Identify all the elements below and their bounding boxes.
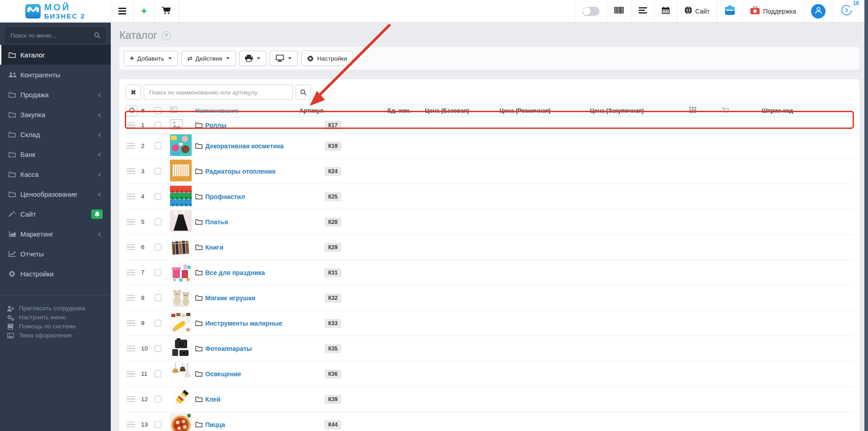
- settings-button[interactable]: Настройки: [301, 51, 353, 66]
- table-header: # Наименование Артикул Ед. изм. Цена (Ба…: [126, 104, 853, 117]
- sidebar-item-marketing[interactable]: Маркетинг‹: [0, 224, 111, 244]
- row-checkbox[interactable]: [155, 122, 161, 128]
- row-checkbox[interactable]: [155, 168, 161, 175]
- footer-link-system-help[interactable]: Помощь по системе: [6, 322, 111, 331]
- footer-link-theme[interactable]: Тема оформления: [6, 331, 111, 340]
- profile-button[interactable]: [803, 0, 833, 22]
- footer-link-invite-employee[interactable]: Пригласить сотрудника: [6, 304, 111, 313]
- history-button[interactable]: 16: [833, 0, 860, 22]
- drag-handle-icon[interactable]: [126, 318, 136, 328]
- category-link[interactable]: Освещение: [205, 370, 241, 378]
- drag-handle-icon[interactable]: [126, 420, 136, 430]
- page-scrollbar[interactable]: [864, 0, 868, 431]
- drag-handle-icon[interactable]: [126, 268, 136, 278]
- sidebar-item-settings[interactable]: Настройки: [0, 264, 111, 284]
- category-link[interactable]: Декоративная косметика: [205, 142, 283, 150]
- mode-toggle[interactable]: [575, 0, 607, 22]
- product-thumbnail: [170, 185, 192, 208]
- calendar-button[interactable]: [654, 0, 677, 22]
- column-price-purchase: Цена (Закупочная): [590, 107, 678, 114]
- drag-handle-icon[interactable]: [126, 242, 136, 252]
- drag-handle-icon[interactable]: [126, 369, 136, 379]
- sidebar-item-purchase[interactable]: Закупка‹: [0, 104, 111, 124]
- columns-gear-button[interactable]: [126, 105, 137, 116]
- support-button[interactable]: Поддержка: [742, 0, 803, 22]
- drag-handle-icon[interactable]: [126, 141, 136, 151]
- sku-badge: К35: [325, 344, 341, 353]
- drag-handle-icon[interactable]: [126, 192, 136, 202]
- tasks-button[interactable]: [631, 0, 654, 22]
- add-button[interactable]: + Добавить: [124, 51, 178, 66]
- planner-button[interactable]: [717, 0, 742, 22]
- select-all-checkbox[interactable]: [155, 107, 161, 114]
- table-body: 1РоллыК172Декоративная косметикаК193Ради…: [126, 117, 853, 431]
- category-link[interactable]: Фотоаппараты: [205, 345, 252, 352]
- sidebar-item-site[interactable]: Сайт: [0, 204, 111, 224]
- book-icon: [6, 324, 14, 330]
- site-button[interactable]: Сайт: [677, 0, 717, 22]
- row-checkbox[interactable]: [155, 294, 161, 301]
- catalog-panel: ✖ # Наименование Артикул Ед. изм. Цена (…: [119, 79, 859, 431]
- sidebar-item-label: Касса: [20, 171, 38, 178]
- bell-badge[interactable]: [91, 209, 103, 219]
- print-button[interactable]: [239, 51, 266, 66]
- row-checkbox[interactable]: [155, 193, 161, 200]
- sidebar-item-cashbox[interactable]: Касса‹: [0, 164, 111, 184]
- footer-link-configure-menu[interactable]: Настроить меню: [6, 313, 111, 322]
- sidebar-item-bank[interactable]: Банк‹: [0, 144, 111, 164]
- sidebar-search[interactable]: [5, 28, 105, 43]
- folder-icon: [195, 168, 203, 174]
- drag-handle-icon[interactable]: [126, 120, 136, 130]
- row-checkbox[interactable]: [155, 218, 161, 225]
- table-row: 1РоллыК17: [126, 117, 853, 133]
- sidebar-item-label: Склад: [20, 131, 40, 138]
- barcode-button[interactable]: [607, 0, 631, 22]
- category-link[interactable]: Все для праздника: [205, 269, 265, 276]
- table-row: 5ПлатьяК28: [126, 209, 853, 235]
- sidebar-item-warehouse[interactable]: Склад‹: [0, 124, 111, 144]
- category-link[interactable]: Клей: [205, 396, 221, 403]
- display-button[interactable]: [270, 51, 297, 66]
- sidebar-item-catalog[interactable]: Каталог: [0, 45, 111, 65]
- category-link[interactable]: Профнастил: [205, 193, 245, 200]
- quick-add-button[interactable]: +: [133, 0, 154, 22]
- clear-filter-button[interactable]: ✖: [126, 85, 141, 100]
- search-submit-button[interactable]: [296, 85, 311, 100]
- category-link[interactable]: Пицца: [205, 421, 225, 428]
- actions-button[interactable]: ⇄ Действия: [181, 51, 236, 66]
- printer-icon: [245, 55, 253, 62]
- sidebar-item-reports[interactable]: Отчеты: [0, 244, 111, 264]
- row-checkbox[interactable]: [155, 396, 161, 403]
- drag-handle-icon[interactable]: [126, 293, 136, 303]
- category-link[interactable]: Мягкие игрушки: [205, 294, 255, 302]
- row-checkbox[interactable]: [155, 320, 161, 327]
- row-checkbox[interactable]: [155, 142, 161, 149]
- help-icon[interactable]: ?: [162, 31, 171, 40]
- catalog-search-input[interactable]: [144, 85, 293, 100]
- column-name-sort[interactable]: Наименование: [195, 107, 238, 114]
- calendar-icon: [662, 7, 670, 16]
- category-link[interactable]: Инструменты малярные: [205, 320, 282, 327]
- row-checkbox[interactable]: [155, 370, 161, 377]
- drag-handle-icon[interactable]: [126, 394, 136, 404]
- category-link[interactable]: Книги: [205, 244, 223, 251]
- row-checkbox[interactable]: [155, 244, 161, 251]
- sku-badge: К28: [325, 218, 341, 227]
- drag-handle-icon[interactable]: [126, 217, 136, 227]
- sidebar-item-sales[interactable]: Продажа‹: [0, 85, 111, 104]
- row-checkbox[interactable]: [155, 421, 161, 428]
- drag-handle-icon[interactable]: [126, 166, 136, 176]
- app-logo[interactable]: МОЙ БИЗНЕС 2: [0, 0, 111, 22]
- sidebar-item-contractors[interactable]: Контрагенты: [0, 65, 111, 85]
- row-checkbox[interactable]: [155, 345, 161, 352]
- sidebar-item-pricing[interactable]: Ценообразование‹: [0, 184, 111, 204]
- category-link[interactable]: Платья: [205, 218, 228, 226]
- drag-handle-icon[interactable]: [126, 344, 136, 354]
- cart-button[interactable]: [154, 0, 179, 22]
- row-checkbox[interactable]: [155, 269, 161, 276]
- category-link[interactable]: Роллы: [205, 122, 226, 129]
- sidebar-search-input[interactable]: [10, 32, 94, 39]
- menu-toggle-button[interactable]: [111, 0, 133, 22]
- product-thumbnail: [170, 236, 192, 259]
- category-link[interactable]: Радиаторы отопления: [205, 168, 275, 175]
